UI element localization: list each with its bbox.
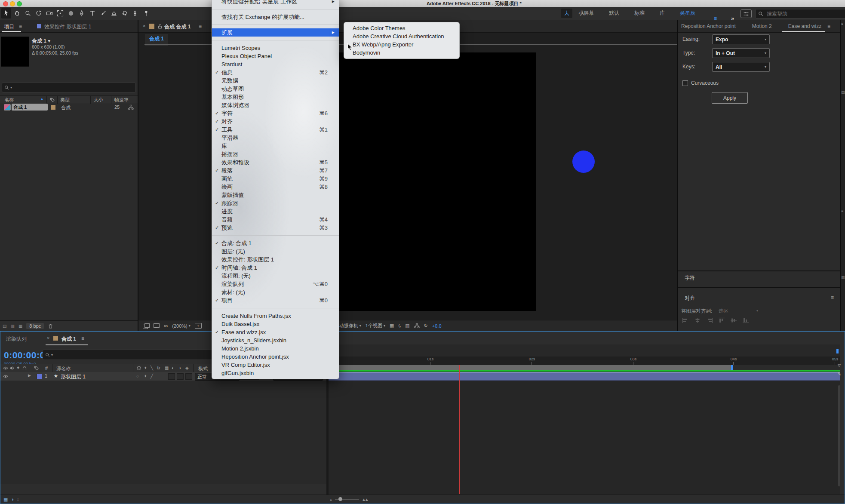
menu-item[interactable]: Stardust: [212, 60, 339, 68]
project-bit-depth[interactable]: 8 bpc: [26, 323, 44, 329]
align-panel-title[interactable]: 对齐: [685, 295, 695, 302]
menu-item[interactable]: 平滑器: [212, 134, 339, 142]
column-fps[interactable]: 帧速率: [114, 97, 129, 103]
menu-item[interactable]: ✓ 对齐: [212, 117, 339, 126]
layer-eye-icon[interactable]: [3, 374, 8, 379]
project-search-input[interactable]: [13, 85, 133, 91]
menu-item[interactable]: 库: [212, 142, 339, 150]
menu-item[interactable]: ✓ 跟踪器: [212, 199, 339, 207]
menu-item[interactable]: 扩展 ▶: [212, 28, 339, 37]
layer-quality-icon[interactable]: ╱: [151, 374, 153, 378]
switch-cell[interactable]: [185, 373, 192, 380]
script-panel-tab[interactable]: Ease and wizz: [788, 23, 821, 29]
tab-project[interactable]: 项目: [4, 23, 14, 31]
menu-item[interactable]: 进度: [212, 207, 339, 215]
column-type[interactable]: 类型: [60, 97, 70, 103]
menu-item[interactable]: Duik Bassel.jsx: [212, 320, 339, 328]
submenu-item[interactable]: BX Webp/Apng Exporter: [344, 40, 459, 49]
layer-name[interactable]: 形状图层 1: [61, 373, 86, 381]
camera-tool[interactable]: [44, 8, 54, 18]
curvaceous-checkbox[interactable]: [682, 80, 688, 86]
exposure-icon[interactable]: ϟ: [398, 323, 401, 329]
region-of-interest-icon[interactable]: ▦: [390, 323, 394, 329]
motion-blur-toggle-icon[interactable]: ↕: [17, 497, 19, 502]
align-bottom-icon[interactable]: [742, 317, 749, 323]
project-search-field[interactable]: ▾: [2, 83, 136, 92]
new-composition-icon[interactable]: ▦: [18, 324, 22, 329]
mini-flowchart-icon[interactable]: [414, 323, 420, 329]
three-d-icon[interactable]: ◈: [185, 366, 189, 370]
tab-composition[interactable]: 合成 1: [61, 335, 76, 343]
local-axis-mode-icon[interactable]: [561, 9, 572, 18]
collapsed-panel-icon[interactable]: ▥: [841, 275, 845, 280]
view-layout-dropdown[interactable]: 1个视图▾: [366, 323, 385, 329]
menu-item[interactable]: 画笔 ⌘9: [212, 175, 339, 183]
magnification-dropdown[interactable]: (200%)▾: [172, 323, 190, 329]
row-label-color[interactable]: [51, 105, 55, 110]
menu-item[interactable]: Joysticks_n_Sliders.jsxbin: [212, 336, 339, 344]
align-center-h-icon[interactable]: [694, 317, 701, 323]
primary-viewer-icon[interactable]: [154, 323, 160, 329]
submenu-item[interactable]: Bodymovin: [344, 49, 459, 57]
align-top-icon[interactable]: [718, 317, 725, 323]
menu-item[interactable]: 效果和预设 ⌘5: [212, 158, 339, 166]
clone-stamp-tool[interactable]: [109, 8, 119, 18]
menu-item[interactable]: 图层: (无): [212, 247, 339, 255]
adjustment-layer-icon[interactable]: ◑: [178, 366, 181, 370]
tab-effect-controls[interactable]: 效果控件 形状图层 1: [44, 23, 91, 31]
composition-name[interactable]: 合成 1 ▾: [32, 37, 50, 45]
menu-item[interactable]: gifGun.jsxbin: [212, 369, 339, 377]
menu-item[interactable]: 素材: (无): [212, 288, 339, 296]
motion-blur-icon[interactable]: ◐: [172, 366, 174, 370]
menu-item[interactable]: 元数据: [212, 77, 339, 85]
close-icon[interactable]: ×: [143, 23, 145, 28]
menu-item[interactable]: 摇摆器: [212, 150, 339, 158]
menu-item[interactable]: 查找有关 Exchange 的扩展功能...: [212, 13, 339, 21]
shape-tool[interactable]: [66, 8, 76, 18]
menu-item[interactable]: Plexus Object Panel: [212, 52, 339, 60]
puppet-pin-tool[interactable]: [141, 8, 151, 18]
menu-item[interactable]: 媒体浏览器: [212, 101, 339, 109]
column-size[interactable]: 大小: [94, 97, 103, 103]
menu-item[interactable]: 将快捷键分配给 吴星辰 工作区 ▶: [212, 0, 339, 6]
unlock-icon[interactable]: [157, 24, 163, 29]
zoom-tool[interactable]: [23, 8, 33, 18]
field-dropdown[interactable]: In + Out▾: [712, 48, 770, 58]
lock-icon[interactable]: [22, 366, 27, 371]
rotate-tool[interactable]: [34, 8, 43, 18]
comp-marker-icon[interactable]: ▽: [838, 363, 841, 368]
flowchart-icon[interactable]: [128, 104, 134, 110]
switch-cell[interactable]: [177, 373, 184, 380]
help-search-input[interactable]: [766, 10, 836, 17]
menu-item[interactable]: ✓ 字符 ⌘6: [212, 109, 339, 117]
menu-item[interactable]: ✓ 时间轴: 合成 1: [212, 264, 339, 272]
menu-item[interactable]: 绘画 ⌘8: [212, 183, 339, 191]
new-folder-icon[interactable]: ▥: [10, 324, 14, 329]
vertical-scrollbar[interactable]: [838, 385, 840, 486]
menu-item[interactable]: ✓ 预览 ⌘3: [212, 224, 339, 232]
pan-behind-tool[interactable]: [55, 8, 65, 18]
eraser-tool[interactable]: [120, 8, 129, 18]
comp-marker-bin-icon[interactable]: ✎: [837, 371, 842, 377]
workspace-tab[interactable]: 标准: [634, 9, 645, 17]
panel-menu-icon[interactable]: ≡: [199, 23, 202, 29]
composition-canvas[interactable]: [329, 52, 536, 311]
hand-tool[interactable]: [12, 8, 22, 18]
sort-arrow-icon[interactable]: ▲: [40, 97, 44, 101]
layer-label-color[interactable]: [37, 374, 42, 379]
column-name[interactable]: 名称: [4, 97, 14, 103]
menu-item[interactable]: Reposition Anchor point.jsx: [212, 353, 339, 361]
frame-blend-toggle-icon[interactable]: ◑: [11, 497, 14, 502]
tab-render-queue[interactable]: 渲染队列: [6, 335, 27, 343]
eye-icon[interactable]: [3, 366, 8, 371]
menu-item[interactable]: ✓ 合成: 合成 1: [212, 239, 339, 247]
collapsed-panel-icon[interactable]: ▤: [841, 90, 845, 95]
menu-item[interactable]: 渲染队列 ⌥⌘0: [212, 280, 339, 288]
layer-expand-arrow[interactable]: ▶: [28, 373, 31, 378]
audio-icon[interactable]: [9, 366, 15, 371]
minimize-window-button[interactable]: [10, 1, 15, 6]
workspace-tab[interactable]: 库: [660, 9, 665, 17]
menu-item[interactable]: Motion 2.jsxbin: [212, 344, 339, 353]
pen-tool[interactable]: [77, 8, 86, 18]
camera-dropdown[interactable]: 动摄像机▾: [339, 323, 361, 329]
